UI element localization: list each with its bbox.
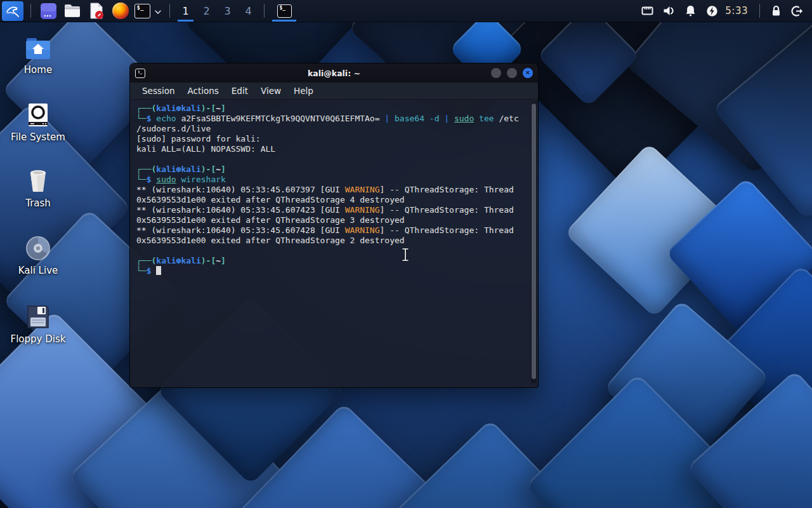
network-tray-icon[interactable] <box>636 0 658 22</box>
launcher-file-manager[interactable] <box>60 0 84 22</box>
maximize-button[interactable] <box>507 68 517 78</box>
desktop-icon-trash[interactable]: Trash <box>8 168 69 209</box>
terminal-menubar: Session Actions Edit View Help <box>130 83 538 100</box>
workspace-4[interactable]: 4 <box>238 0 259 22</box>
logout-icon[interactable] <box>787 0 808 22</box>
terminal-icon: $_ <box>277 4 292 18</box>
kali-logo-icon <box>2 1 23 21</box>
menu-actions[interactable]: Actions <box>181 86 225 96</box>
desktop-icon-kali-live[interactable]: Kali Live <box>8 235 69 276</box>
desktop-icon-label: Trash <box>25 197 51 209</box>
power-manager-icon[interactable] <box>701 0 723 22</box>
window-terminal-icon: ❯_ <box>135 69 145 78</box>
close-button[interactable]: ✕ <box>523 68 533 78</box>
chevron-down-icon <box>154 10 162 15</box>
panel-separator <box>759 4 760 18</box>
launcher-firefox[interactable] <box>108 0 133 22</box>
terminal-icon: $_ <box>134 4 150 18</box>
firefox-icon <box>112 3 129 19</box>
hard-drive-icon <box>25 102 51 128</box>
desktop-icon-floppy-disk[interactable]: Floppy Disk <box>8 304 69 345</box>
clock[interactable]: 5:33 <box>723 5 754 17</box>
window-title: kali@kali: ~ <box>130 69 538 78</box>
terminal-content[interactable]: ┌──(kali⊛kali)-[~]└─$ echo a2FsaSBBTEw9K… <box>130 100 538 387</box>
home-folder-icon <box>25 36 51 61</box>
disc-icon <box>25 235 51 262</box>
scrollbar-thumb[interactable] <box>532 104 536 379</box>
applications-menu-button[interactable] <box>0 0 25 22</box>
terminal-window: ❯_ kali@kali: ~ ✕ Session Actions Edit V… <box>130 64 538 387</box>
menu-edit[interactable]: Edit <box>225 86 254 96</box>
window-titlebar[interactable]: ❯_ kali@kali: ~ ✕ <box>130 64 538 83</box>
launcher-desktop-settings[interactable] <box>36 0 60 22</box>
desktop-icon-label: Floppy Disk <box>11 333 66 345</box>
trash-icon <box>25 168 51 194</box>
workspace-1[interactable]: 1 <box>175 0 196 22</box>
floppy-disk-icon <box>25 304 51 330</box>
launcher-terminal[interactable]: $_ <box>133 0 152 22</box>
desktop-icon-label: Kali Live <box>18 265 58 276</box>
panel-separator <box>30 4 31 18</box>
panel-separator <box>264 4 265 18</box>
workspace-3[interactable]: 3 <box>217 0 238 22</box>
folder-icon <box>63 3 81 18</box>
notifications-bell-icon[interactable] <box>679 0 701 22</box>
desktop-icon-label: File System <box>11 131 65 143</box>
lock-screen-icon[interactable] <box>765 0 787 22</box>
workspace-2[interactable]: 2 <box>196 0 217 22</box>
desktop-icon-home[interactable]: Home <box>8 36 69 76</box>
desktop-icon-file-system[interactable]: File System <box>8 102 69 143</box>
menu-session[interactable]: Session <box>136 86 181 96</box>
top-panel: $_ 1 2 3 4 $_ <box>0 0 812 22</box>
document-edit-icon <box>88 2 105 20</box>
window-button-terminal[interactable]: $_ <box>270 0 299 22</box>
minimize-button[interactable] <box>491 68 501 78</box>
scrollbar[interactable] <box>531 102 537 384</box>
terminal-output: ┌──(kali⊛kali)-[~]└─$ echo a2FsaSBBTEw9K… <box>136 104 529 276</box>
menu-view[interactable]: View <box>254 86 287 96</box>
volume-tray-icon[interactable] <box>658 0 679 22</box>
window-icon <box>40 3 57 20</box>
menu-help[interactable]: Help <box>287 86 320 96</box>
panel-separator <box>169 4 170 18</box>
terminal-launcher-dropdown[interactable] <box>152 5 164 17</box>
launcher-text-editor[interactable] <box>84 0 108 22</box>
desktop-icon-label: Home <box>24 64 52 76</box>
